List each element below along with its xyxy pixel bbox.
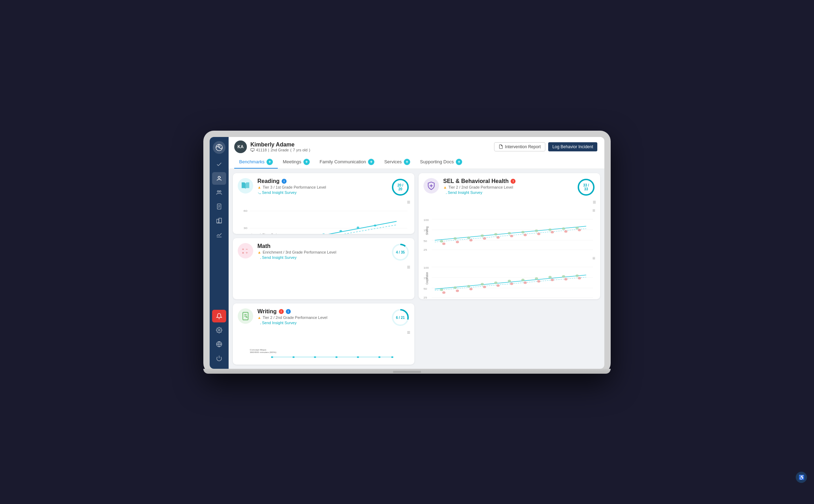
math-menu[interactable]: ≡ <box>233 264 414 271</box>
svg-text:100: 100 <box>424 266 429 269</box>
reading-insight-survey-link[interactable]: Send Insight Survey <box>257 190 391 195</box>
svg-text:25: 25 <box>424 248 427 251</box>
svg-point-115 <box>551 231 554 233</box>
writing-title: Writing ! i <box>257 308 391 315</box>
tab-benchmarks[interactable]: Benchmarks + <box>234 156 278 169</box>
svg-point-77 <box>335 356 337 358</box>
svg-point-112 <box>510 235 513 237</box>
writing-chart: Concept Maps 360/600 minutes (60%) <box>238 338 409 365</box>
sidebar-item-analytics[interactable] <box>212 228 226 241</box>
writing-insight-survey-link[interactable]: Send Insight Survey <box>257 321 391 325</box>
nav-tabs: Benchmarks + Meetings + Family Communica… <box>234 156 597 169</box>
svg-text:50: 50 <box>424 287 427 290</box>
sidebar-logo[interactable] <box>213 141 225 154</box>
sidebar-item-document[interactable] <box>212 200 226 213</box>
reading-progress-text: 20 / 20 <box>396 183 405 191</box>
svg-point-139 <box>576 274 579 277</box>
svg-point-147 <box>537 280 540 282</box>
svg-point-129 <box>440 288 443 291</box>
tab-family-communication[interactable]: Family Communication + <box>315 156 379 169</box>
svg-point-146 <box>524 281 527 284</box>
svg-point-101 <box>508 232 511 234</box>
svg-rect-9 <box>219 218 222 223</box>
services-add-button[interactable]: + <box>404 159 410 165</box>
svg-point-106 <box>576 227 579 229</box>
svg-point-143 <box>483 286 486 288</box>
main-content: KA Kimberly Adame 41118 | 2nd Grade (7 y… <box>229 137 604 369</box>
svg-point-80 <box>391 356 393 358</box>
intervention-report-button[interactable]: Intervention Report <box>494 142 545 151</box>
svg-text:100: 100 <box>424 218 429 221</box>
svg-point-42 <box>340 230 342 232</box>
svg-point-148 <box>551 279 554 281</box>
sidebar-item-settings[interactable] <box>212 324 226 336</box>
sidebar-item-student[interactable] <box>212 172 226 185</box>
writing-subtitle: ▲ Tier 2 / 2nd Grade Performance Level <box>257 315 391 320</box>
svg-point-43 <box>357 227 359 229</box>
sidebar-item-check[interactable] <box>212 158 226 171</box>
svg-point-137 <box>549 276 552 278</box>
svg-point-3 <box>219 190 221 192</box>
svg-point-78 <box>357 356 359 358</box>
math-subtitle: ▲ Enrichment / 3rd Grade Performance Lev… <box>257 250 391 254</box>
reading-title: Reading i <box>257 178 391 184</box>
svg-rect-8 <box>217 219 219 223</box>
reading-chart-area: 60 30 15 0 Jul 1 Aug 1 Sep <box>233 206 414 234</box>
student-name: Kimberly Adame <box>250 142 310 148</box>
svg-point-96 <box>440 240 443 242</box>
svg-text:25: 25 <box>424 296 427 299</box>
math-card: + − × ÷ Math ▲ Enr <box>233 238 414 299</box>
reading-menu[interactable]: ≡ <box>233 199 414 206</box>
math-progress-text: 4 / 35 <box>396 250 405 254</box>
sidebar <box>210 137 229 369</box>
svg-point-109 <box>470 239 473 241</box>
svg-point-132 <box>481 283 484 285</box>
svg-point-113 <box>524 234 527 236</box>
meetings-add-button[interactable]: + <box>303 159 310 165</box>
svg-point-98 <box>467 236 470 239</box>
svg-point-105 <box>562 227 565 230</box>
svg-point-74 <box>271 356 273 358</box>
svg-text:Sharing: Sharing <box>425 226 429 235</box>
benchmarks-add-button[interactable]: + <box>267 159 273 165</box>
sel-progress-text: 33 / 33 <box>582 183 591 191</box>
writing-warn-badge: i <box>286 309 291 314</box>
reading-icon <box>238 178 253 194</box>
writing-icon <box>238 308 253 324</box>
svg-point-12 <box>218 329 220 331</box>
tab-services[interactable]: Services + <box>379 156 415 169</box>
reading-progress-circle: 20 / 20 <box>391 178 409 196</box>
svg-point-41 <box>322 233 325 234</box>
log-behavior-button[interactable]: Log Behavior Incident <box>548 142 597 151</box>
reading-chart: 60 30 15 0 Jul 1 Aug 1 Sep <box>238 208 409 234</box>
svg-point-134 <box>508 280 511 282</box>
svg-text:30: 30 <box>244 226 248 229</box>
svg-point-145 <box>510 282 513 285</box>
svg-text:50: 50 <box>424 240 427 242</box>
sidebar-item-buildings[interactable] <box>212 214 226 227</box>
math-title: Math <box>257 243 391 249</box>
family-comm-add-button[interactable]: + <box>368 159 374 165</box>
svg-text:×: × <box>242 251 244 255</box>
svg-point-149 <box>564 278 567 280</box>
math-insight-survey-link[interactable]: Send Insight Survey <box>257 255 391 260</box>
sel-menu[interactable]: ≡ <box>419 199 600 206</box>
tab-supporting-docs[interactable]: Supporting Docs + <box>415 156 467 169</box>
writing-menu[interactable]: ≡ <box>233 329 414 336</box>
sidebar-item-power[interactable] <box>212 352 226 365</box>
sidebar-item-group[interactable] <box>212 186 226 199</box>
tab-meetings[interactable]: Meetings + <box>278 156 315 169</box>
writing-chart-area: Concept Maps 360/600 minutes (60%) <box>233 336 414 365</box>
supporting-docs-add-button[interactable]: + <box>456 159 462 165</box>
content-grid: Reading i ▲ Tier 3 / 1st Grade Performan… <box>229 169 604 369</box>
svg-point-44 <box>374 224 376 227</box>
sidebar-item-globe[interactable] <box>212 338 226 351</box>
writing-progress-text: 6 / 21 <box>396 315 405 319</box>
svg-point-102 <box>521 231 525 233</box>
svg-point-111 <box>497 236 500 238</box>
sel-warn-badge: ! <box>511 179 516 184</box>
sidebar-item-notification[interactable] <box>212 310 226 322</box>
svg-point-97 <box>454 237 457 240</box>
sel-insight-survey-link[interactable]: Send Insight Survey <box>443 190 577 195</box>
svg-point-135 <box>521 279 525 281</box>
